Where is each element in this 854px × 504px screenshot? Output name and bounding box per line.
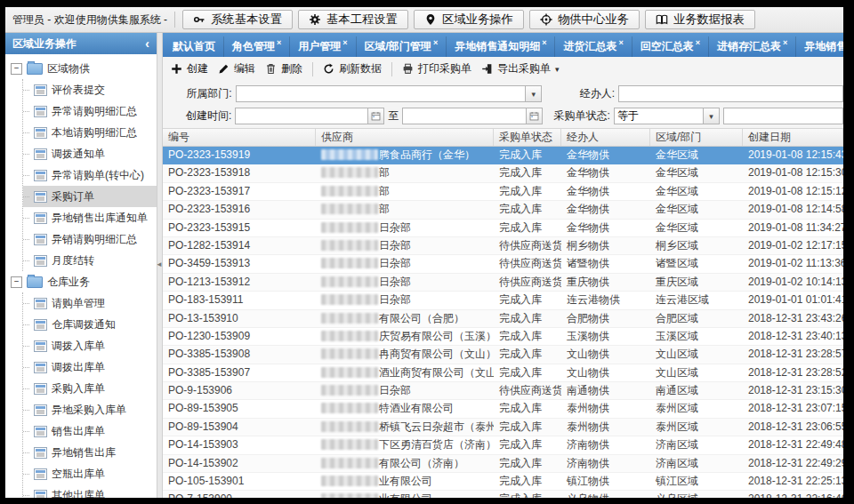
tab-1[interactable]: 默认首页: [165, 36, 224, 57]
collapse-sidebar-button[interactable]: ‹: [145, 37, 149, 50]
calendar-icon[interactable]: [526, 108, 543, 124]
tab-close-icon[interactable]: ×: [783, 38, 787, 47]
tab-close-icon[interactable]: ×: [618, 38, 623, 47]
menu-button-2[interactable]: 基本工程设置: [298, 10, 408, 29]
tree-item[interactable]: 采购订单: [23, 186, 157, 207]
tab-7[interactable]: 回空汇总表×: [632, 36, 709, 57]
tree-folder[interactable]: −区域物供: [11, 58, 157, 79]
tree-item[interactable]: 异常请购单(转中心): [23, 164, 157, 186]
date-to-input[interactable]: [402, 108, 526, 124]
tab-close-icon[interactable]: ×: [277, 38, 281, 47]
tree-item[interactable]: 仓库调拨通知: [23, 314, 157, 335]
table-row[interactable]: PO-2323-153919腾食品商行（金华）完成入库金华物供金华区域2019-…: [163, 147, 843, 164]
table-row[interactable]: PO-2323-153915日杂部完成入库金华物供金华区域2019-01-08 …: [163, 220, 843, 237]
table-row[interactable]: PO-9-153906日杂部待供应商送货南通物供南通区域2018-12-31 2…: [163, 382, 843, 400]
tab-close-icon[interactable]: ×: [433, 38, 438, 47]
table-row[interactable]: PO-1213-153912日杂部待供应商送货重庆物供重庆区域2019-01-0…: [163, 274, 843, 292]
tab-close-icon[interactable]: ×: [342, 38, 347, 47]
column-header[interactable]: 经办人: [561, 129, 650, 146]
tab-2[interactable]: 角色管理×: [224, 36, 290, 57]
toolbar-button-3[interactable]: 删除: [265, 61, 302, 76]
tree-folder[interactable]: −仓库业务: [11, 271, 157, 292]
table-row[interactable]: PO-2323-153917部完成入库金华物供金华区域2019-01-08 12…: [163, 183, 843, 201]
table-row[interactable]: PO-14-153902有限公司（济南）完成入库济南物供济南区域2018-12-…: [163, 455, 843, 473]
tree-item[interactable]: 本地请购明细汇总: [23, 122, 157, 143]
table-row[interactable]: PO-7-153900业有限公司完成入库义乌物供义乌区域2018-12-31 2…: [163, 491, 843, 498]
tree-item[interactable]: 调拨出库单: [23, 356, 157, 378]
tree-item[interactable]: 异地销售出库: [23, 442, 157, 463]
date-to-field[interactable]: [402, 108, 543, 124]
status-operator-select[interactable]: ▾: [614, 108, 720, 124]
tab-9[interactable]: 异地销售调整明细×: [796, 36, 843, 57]
tree-item[interactable]: 请购单管理: [23, 292, 157, 314]
tree-item[interactable]: 调拨入库单: [23, 335, 157, 356]
tree-item[interactable]: 异常请购明细汇总: [23, 100, 157, 122]
tree-item[interactable]: 评价表提交: [23, 79, 157, 100]
tree-item[interactable]: 销售出库单: [23, 420, 157, 442]
table-row[interactable]: PO-3385-153908冉商贸有限公司（文山）完成入库文山物供文山区域201…: [163, 346, 843, 364]
status-operator-input[interactable]: [614, 108, 703, 124]
tab-close-icon[interactable]: ×: [696, 38, 700, 47]
table-row[interactable]: PO-2323-153916部完成入库金华物供金华区域2019-01-08 12…: [163, 201, 843, 219]
toolbar-button-1[interactable]: 创建: [171, 61, 208, 76]
table-row[interactable]: PO-105-153901业有限公司完成入库镇江物供镇江区域2018-12-31…: [163, 473, 843, 491]
date-from-input[interactable]: [235, 108, 367, 124]
sidebar-splitter[interactable]: ◄: [157, 33, 163, 498]
table-row[interactable]: PO-3385-153907酒业商贸有限公司（文山）完成入库文山物供文山区域20…: [163, 364, 843, 382]
tree-item[interactable]: 异销请购明细汇总: [23, 228, 157, 250]
toolbar-button-2[interactable]: 编辑: [218, 61, 255, 76]
department-input[interactable]: [236, 85, 526, 102]
tree-item[interactable]: 采购入库单: [23, 378, 157, 399]
expander-icon[interactable]: −: [11, 63, 22, 75]
table-row[interactable]: PO-1230-153909庆贸易有限公司（玉溪）完成入库玉溪物供玉溪区域201…: [163, 328, 843, 346]
calendar-icon[interactable]: [367, 108, 384, 124]
menu-button-1[interactable]: 系统基本设置: [182, 10, 293, 29]
table-row[interactable]: PO-14-153903下区勇清百货店（济南）完成入库济南物供济南区域2018-…: [163, 436, 843, 454]
tree-item[interactable]: 异地销售出库通知单: [23, 207, 157, 228]
status-cell: 待供应商送货: [494, 382, 561, 399]
menu-button-4[interactable]: 物供中心业务: [529, 10, 640, 29]
tree-item[interactable]: 月度结转: [23, 250, 157, 271]
tab-6[interactable]: 进货汇总表×: [555, 36, 632, 57]
tab-3[interactable]: 用户管理×: [290, 36, 356, 57]
splitter-collapse-icon[interactable]: ◄: [156, 260, 163, 268]
menu-button-5[interactable]: 业务数据报表: [645, 10, 755, 29]
agent-cell: 金华物供: [561, 220, 650, 236]
table-row[interactable]: PO-183-153911日杂部完成入库连云港物供连云港区域2019-01-01…: [163, 292, 843, 309]
tree-item-label: 异常请购明细汇总: [52, 104, 137, 119]
table-row[interactable]: PO-13-153910有限公司（合肥）完成入库合肥物供合肥区域2018-12-…: [163, 310, 843, 328]
table-row[interactable]: PO-3459-153913日杂部待供应商送货诸暨物供诸暨区域2019-01-0…: [163, 255, 843, 273]
tab-5[interactable]: 异地销售通知明细×: [447, 36, 555, 57]
toolbar-button-4[interactable]: 刷新数据: [323, 61, 382, 76]
tree-item[interactable]: 空瓶出库单: [23, 463, 157, 484]
chevron-down-icon[interactable]: ▾: [525, 85, 542, 102]
tab-4[interactable]: 区域/部门管理×: [357, 36, 447, 57]
column-header[interactable]: 编号: [163, 129, 316, 146]
tree-item[interactable]: 异地采购入库单: [23, 399, 157, 420]
date-from-field[interactable]: [235, 108, 384, 124]
column-header[interactable]: 创建日期: [743, 129, 843, 146]
menu-button-3[interactable]: 区域业务操作: [414, 10, 524, 29]
column-header[interactable]: 采购单状态: [494, 129, 561, 146]
toolbar-button-6[interactable]: 导出采购单▾: [481, 61, 560, 76]
export-icon: [481, 63, 493, 75]
expander-icon[interactable]: −: [11, 276, 22, 288]
department-select[interactable]: ▾: [236, 85, 543, 102]
supplier-text: 日杂部: [379, 384, 411, 396]
tree-item[interactable]: 其他出库单: [23, 484, 157, 498]
table-row[interactable]: PO-1282-153914日杂部待供应商送货桐乡物供桐乡区域2019-01-0…: [163, 237, 843, 255]
table-row[interactable]: PO-2323-153918部完成入库金华物供金华区域2019-01-08 12…: [163, 164, 843, 182]
column-header[interactable]: 区域/部门: [650, 129, 743, 146]
tab-label: 异地销售调整明细: [804, 39, 843, 54]
tab-close-icon[interactable]: ×: [542, 38, 546, 47]
handler-input[interactable]: [618, 85, 843, 102]
tab-label: 用户管理: [298, 39, 341, 54]
toolbar-button-5[interactable]: 打印采购单: [402, 61, 471, 76]
status-value-input[interactable]: [723, 108, 843, 124]
table-row[interactable]: PO-89-153904桥镇飞云日杂超市（泰州）完成入库泰州物供泰州区域2018…: [163, 419, 843, 436]
chevron-down-icon[interactable]: ▾: [703, 108, 720, 124]
column-header[interactable]: 供应商: [316, 129, 494, 146]
table-row[interactable]: PO-89-153905特酒业有限公司完成入库泰州物供泰州区域2018-12-3…: [163, 400, 843, 418]
tree-item[interactable]: 调拨通知单: [23, 143, 157, 164]
tab-8[interactable]: 进销存汇总表×: [709, 36, 796, 57]
